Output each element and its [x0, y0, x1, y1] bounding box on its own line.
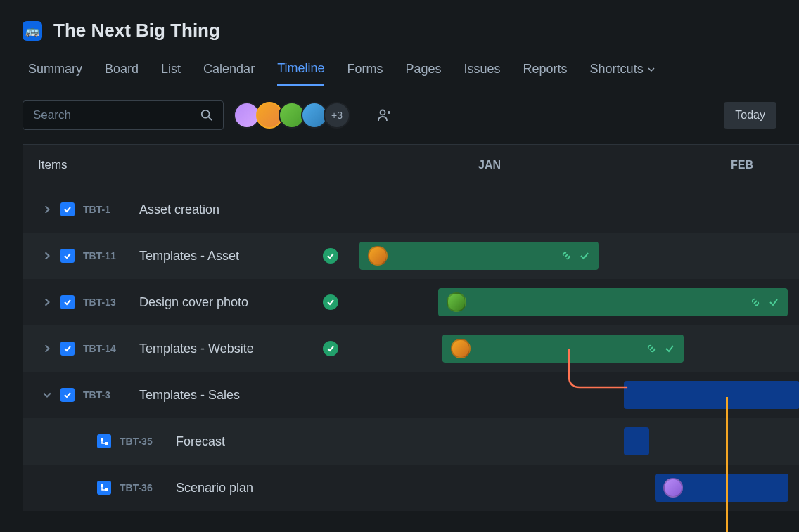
task-type-icon — [60, 342, 75, 356]
done-status-icon — [323, 294, 338, 310]
today-button[interactable]: Today — [724, 102, 776, 129]
page-title: The Next Big Thing — [53, 20, 220, 41]
today-marker-line — [726, 397, 728, 532]
svg-point-2 — [381, 110, 385, 115]
svg-point-0 — [202, 110, 210, 118]
subtask-type-icon — [97, 434, 111, 448]
avatar-stack[interactable]: +3 — [238, 102, 350, 129]
link-icon — [750, 297, 761, 308]
issue-key[interactable]: TBT-3 — [83, 389, 121, 401]
app-icon: 🚌 — [23, 21, 42, 41]
check-icon — [664, 343, 675, 354]
svg-rect-6 — [105, 442, 108, 445]
issue-title[interactable]: Forecast — [176, 434, 225, 449]
tab-issues[interactable]: Issues — [464, 61, 501, 86]
gantt-bar[interactable] — [624, 427, 649, 455]
chevron-down-icon[interactable] — [42, 391, 52, 399]
done-status-icon — [323, 341, 338, 356]
issue-key[interactable]: TBT-13 — [83, 297, 121, 308]
tab-summary[interactable]: Summary — [28, 61, 82, 86]
tab-pages[interactable]: Pages — [405, 61, 441, 86]
search-icon — [200, 109, 213, 122]
assignee-avatar[interactable] — [663, 478, 683, 498]
task-type-icon — [60, 295, 75, 309]
tabs: Summary Board List Calendar Timeline For… — [0, 48, 799, 86]
svg-rect-8 — [105, 488, 108, 491]
add-user-button[interactable] — [371, 103, 397, 128]
assignee-avatar[interactable] — [451, 339, 471, 358]
check-icon — [579, 250, 590, 261]
issue-key[interactable]: TBT-14 — [83, 343, 121, 354]
tab-shortcuts-label: Shortcuts — [590, 62, 644, 77]
chevron-down-icon — [648, 66, 655, 73]
tab-shortcuts[interactable]: Shortcuts — [590, 61, 655, 86]
svg-rect-5 — [101, 438, 103, 441]
tab-timeline[interactable]: Timeline — [277, 61, 324, 86]
issue-key[interactable]: TBT-1 — [83, 204, 121, 215]
items-column-header: Items — [23, 158, 352, 172]
chevron-right-icon[interactable] — [42, 205, 52, 214]
search-input[interactable] — [33, 108, 195, 122]
gantt-bar[interactable] — [624, 381, 799, 409]
done-status-icon — [323, 248, 338, 264]
chevron-right-icon[interactable] — [42, 252, 52, 260]
issue-key[interactable]: TBT-36 — [120, 482, 158, 493]
check-icon — [768, 297, 779, 308]
tab-forms[interactable]: Forms — [347, 61, 383, 86]
chevron-right-icon[interactable] — [42, 344, 52, 353]
assignee-avatar[interactable] — [368, 246, 388, 266]
gantt-bar[interactable] — [655, 474, 788, 502]
tab-board[interactable]: Board — [105, 61, 139, 86]
issue-key[interactable]: TBT-11 — [83, 250, 121, 261]
issue-title[interactable]: Templates - Asset — [139, 249, 239, 264]
link-icon — [646, 343, 657, 354]
month-header-jan: JAN — [352, 159, 627, 171]
gantt-bar[interactable] — [442, 335, 684, 363]
month-header-feb: FEB — [627, 159, 760, 171]
search-box[interactable] — [23, 100, 224, 130]
gantt-bar[interactable] — [438, 288, 788, 316]
tab-reports[interactable]: Reports — [523, 61, 568, 86]
issue-title[interactable]: Templates - Website — [139, 342, 254, 356]
chevron-right-icon[interactable] — [42, 298, 52, 306]
issue-title[interactable]: Design cover photo — [139, 295, 248, 310]
issue-title[interactable]: Scenario plan — [176, 481, 253, 495]
task-type-icon — [60, 388, 75, 402]
assignee-avatar[interactable] — [447, 292, 466, 312]
issue-key[interactable]: TBT-35 — [120, 436, 158, 447]
subtask-type-icon — [97, 481, 111, 495]
link-icon — [561, 250, 572, 261]
gantt-bar[interactable] — [359, 242, 599, 270]
issue-title[interactable]: Templates - Sales — [139, 388, 240, 403]
task-type-icon — [60, 249, 75, 263]
tab-list[interactable]: List — [161, 61, 181, 86]
tab-calendar[interactable]: Calendar — [203, 61, 255, 86]
svg-line-1 — [209, 117, 212, 121]
task-type-icon — [60, 202, 75, 216]
add-user-icon — [377, 108, 391, 122]
avatar-overflow[interactable]: +3 — [324, 102, 350, 129]
svg-rect-7 — [101, 484, 103, 487]
issue-title[interactable]: Asset creation — [139, 202, 219, 217]
timeline: Items JAN FEB TBT-1 Asset creation TBT-1… — [0, 144, 799, 511]
